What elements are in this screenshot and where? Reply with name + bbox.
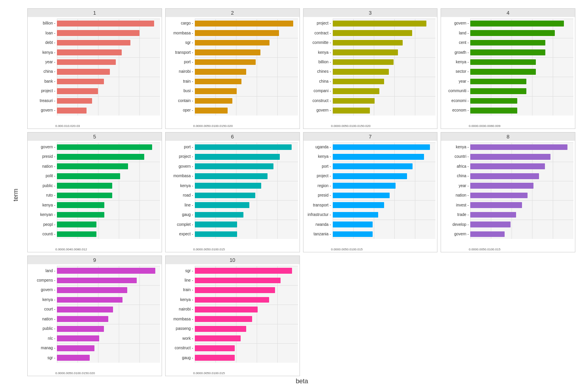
- bar-row: [333, 220, 436, 229]
- bar-row: [470, 181, 573, 190]
- bar: [57, 183, 112, 189]
- term-label: kenya -: [42, 50, 55, 55]
- term-label: develop -: [452, 222, 469, 227]
- bar: [195, 212, 243, 218]
- main-chart: term 1billion -loan -debt -kenya -year -…: [9, 5, 579, 385]
- term-label: nairobi -: [179, 307, 193, 312]
- bar-row: [195, 142, 298, 152]
- panel-4-bars: [470, 19, 573, 115]
- bar-row: [333, 142, 436, 152]
- bar-row: [195, 200, 298, 210]
- bar: [57, 316, 108, 322]
- term-label: port -: [322, 164, 331, 169]
- panel-3: 3project -contract -committe -kenya -bil…: [303, 8, 438, 129]
- bar: [195, 202, 249, 208]
- panel-5-terms: govern -presid -nation -polit -public -r…: [29, 142, 57, 239]
- x-tick: 0.015: [217, 371, 225, 375]
- x-tick: 0.015: [217, 124, 225, 128]
- bar-row: [333, 229, 436, 239]
- x-tick: 0.010: [209, 371, 217, 375]
- term-label: road -: [183, 193, 193, 198]
- term-label: line -: [185, 203, 193, 208]
- panel-5-header: 5: [28, 133, 162, 141]
- bar: [470, 231, 505, 237]
- x-tick: 0.000: [331, 124, 339, 128]
- panel-4: 4govern -land -cent -growth -kenya -sect…: [441, 8, 575, 129]
- x-tick: 0.000: [193, 124, 201, 128]
- term-label: economi -: [451, 98, 469, 103]
- x-tick: 0.000: [193, 371, 201, 375]
- panel-4-ticks: 0.0000.0030.0060.009: [469, 124, 500, 128]
- panel-1-bars: [57, 19, 160, 115]
- bar-row: [57, 276, 160, 285]
- term-label: govern -: [454, 21, 469, 26]
- term-label: nation -: [42, 164, 55, 169]
- panel-7-header: 7: [303, 133, 437, 141]
- bar: [333, 183, 396, 189]
- panel-6: 6port -project -govern -mombasa -kenya -…: [165, 132, 300, 253]
- term-label: govern -: [41, 108, 55, 113]
- bar: [195, 173, 268, 179]
- term-label: sgr -: [185, 269, 193, 273]
- term-label: presid -: [318, 193, 331, 198]
- bar: [333, 79, 384, 85]
- term-label: govern -: [41, 288, 55, 292]
- bar: [57, 335, 99, 341]
- x-tick: 0.020: [87, 371, 95, 375]
- term-label: passeng -: [176, 326, 193, 331]
- bar: [57, 40, 130, 46]
- bar-row: [195, 285, 298, 295]
- x-tick: 0.000: [55, 248, 63, 251]
- term-label: invest -: [456, 203, 469, 208]
- bar: [57, 21, 154, 27]
- x-tick: 0.009: [492, 124, 500, 128]
- bar-row: [470, 96, 573, 106]
- bar: [470, 144, 567, 150]
- bar-row: [57, 96, 160, 106]
- x-tick: 0.005: [63, 371, 71, 375]
- bar-row: [195, 77, 298, 86]
- panel-6-ticks: 0.0000.0050.0100.015: [193, 248, 225, 251]
- bar: [57, 287, 127, 293]
- bar-row: [195, 220, 298, 229]
- bar-row: [195, 86, 298, 96]
- bar: [57, 49, 122, 55]
- panel-3-header: 3: [303, 9, 437, 17]
- bar-row: [333, 171, 436, 181]
- term-label: billion -: [318, 60, 331, 64]
- x-tick: 0.005: [201, 124, 209, 128]
- term-label: transport -: [175, 50, 193, 55]
- x-tick: 0.015: [217, 248, 225, 251]
- term-label: nation -: [42, 317, 55, 322]
- term-label: land -: [45, 269, 55, 273]
- bar-row: [57, 77, 160, 86]
- bar-row: [470, 57, 573, 67]
- bar: [195, 59, 256, 65]
- bar: [195, 108, 228, 114]
- bar-row: [57, 191, 160, 200]
- bar-row: [470, 200, 573, 210]
- bar: [333, 108, 370, 114]
- x-tick: 0.020: [363, 124, 371, 128]
- bar: [195, 355, 235, 361]
- panel-3-terms: project -contract -committe -kenya -bill…: [305, 19, 333, 115]
- bar: [195, 231, 237, 237]
- bar: [333, 231, 373, 237]
- bar: [470, 222, 510, 227]
- bar-row: [470, 171, 573, 181]
- x-tick: 0.015: [355, 124, 363, 128]
- bar: [195, 144, 292, 150]
- term-label: kenya -: [456, 145, 469, 150]
- bar: [470, 49, 545, 55]
- bar-row: [333, 191, 436, 200]
- x-tick: 0.000: [193, 248, 201, 251]
- term-label: year -: [45, 60, 55, 64]
- term-label: chines -: [317, 69, 331, 74]
- bar: [333, 88, 380, 94]
- term-label: china -: [43, 69, 55, 74]
- bar: [195, 345, 235, 351]
- term-label: construct -: [313, 98, 331, 103]
- bar: [195, 326, 246, 332]
- x-tick: 0.012: [79, 248, 87, 251]
- term-label: public -: [43, 184, 55, 188]
